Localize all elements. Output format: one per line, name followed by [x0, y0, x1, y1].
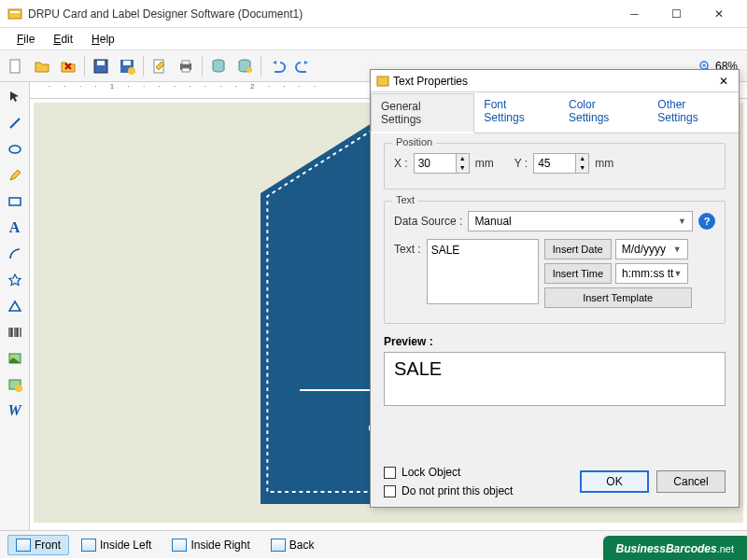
- y-input[interactable]: [534, 157, 575, 170]
- app-icon: [7, 7, 22, 21]
- svg-point-20: [9, 146, 21, 153]
- pointer-icon[interactable]: [4, 86, 26, 108]
- svg-rect-0: [8, 9, 21, 19]
- data-source-select[interactable]: Manual▼: [468, 211, 693, 231]
- menu-edit[interactable]: Edit: [44, 31, 82, 48]
- insert-date-button[interactable]: Insert Date: [544, 239, 612, 259]
- undo-icon[interactable]: [265, 54, 289, 78]
- maximize-button[interactable]: ☐: [655, 1, 698, 27]
- help-icon[interactable]: ?: [698, 213, 715, 230]
- text-input[interactable]: SALE: [427, 239, 539, 304]
- menubar: File Edit Help: [0, 28, 747, 50]
- position-group: Position X : ▲▼ mm Y : ▲▼ mm: [384, 143, 726, 189]
- svg-point-7: [128, 67, 135, 75]
- dialog-titlebar: Text Properties ✕: [371, 70, 739, 92]
- arc-icon[interactable]: [4, 243, 26, 265]
- text-properties-dialog: Text Properties ✕ General Settings Font …: [370, 69, 740, 508]
- svg-rect-36: [377, 77, 388, 86]
- tab-front[interactable]: Front: [7, 535, 69, 555]
- left-toolbox: A W: [0, 82, 30, 530]
- time-format-select[interactable]: h:mm:ss tt▼: [615, 263, 688, 284]
- text-group: Text Data Source : Manual▼ ? Text : SALE…: [384, 201, 726, 324]
- window-title: DRPU Card and Label Designer Software (D…: [28, 7, 613, 21]
- menu-help[interactable]: Help: [82, 31, 124, 48]
- database-icon[interactable]: [206, 54, 231, 78]
- svg-rect-1: [10, 11, 20, 13]
- x-label: X :: [394, 157, 408, 170]
- menu-file[interactable]: File: [7, 31, 44, 48]
- close-button[interactable]: ✕: [698, 1, 740, 27]
- up-icon[interactable]: ▲: [575, 154, 588, 163]
- y-spinner[interactable]: ▲▼: [533, 153, 589, 174]
- tab-font-settings[interactable]: Font Settings: [474, 92, 559, 133]
- chevron-down-icon: ▼: [678, 217, 686, 226]
- svg-line-19: [10, 119, 20, 128]
- svg-point-32: [15, 385, 22, 392]
- ellipse-icon[interactable]: [4, 138, 26, 161]
- minimize-button[interactable]: ─: [613, 1, 655, 27]
- page-icon: [271, 539, 286, 552]
- save-as-icon[interactable]: [115, 54, 139, 78]
- database-edit-icon[interactable]: [233, 54, 257, 78]
- star-icon[interactable]: [4, 269, 26, 291]
- print-icon[interactable]: [174, 54, 198, 78]
- tab-back[interactable]: Back: [262, 535, 323, 555]
- new-icon[interactable]: [4, 54, 28, 78]
- down-icon[interactable]: ▼: [575, 163, 588, 173]
- tab-other-settings[interactable]: Other Settings: [648, 92, 739, 133]
- dialog-tabs: General Settings Font Settings Color Set…: [371, 92, 739, 133]
- chevron-down-icon: ▼: [673, 269, 682, 278]
- x-input[interactable]: [415, 157, 456, 170]
- checkbox-icon: [384, 467, 396, 479]
- dialog-close-button[interactable]: ✕: [714, 75, 733, 88]
- page-icon: [81, 539, 96, 552]
- edit-icon[interactable]: [148, 54, 172, 78]
- library-icon[interactable]: [4, 373, 26, 396]
- svg-rect-4: [97, 61, 105, 65]
- cancel-button[interactable]: Cancel: [656, 470, 726, 493]
- page-icon: [172, 539, 187, 552]
- checkbox-icon: [384, 485, 396, 497]
- insert-template-button[interactable]: Insert Template: [544, 287, 692, 308]
- dialog-icon: [376, 75, 389, 88]
- date-format-select[interactable]: M/d/yyyy▼: [615, 239, 688, 259]
- dialog-title: Text Properties: [393, 75, 714, 88]
- preview-box: SALE: [384, 352, 726, 406]
- svg-rect-21: [9, 198, 21, 205]
- rectangle-icon[interactable]: [4, 190, 26, 213]
- ok-button[interactable]: OK: [580, 470, 649, 493]
- tab-inside-right[interactable]: Inside Right: [163, 535, 258, 555]
- close-file-icon[interactable]: [56, 54, 80, 78]
- image-icon[interactable]: [4, 347, 26, 370]
- barcode-icon[interactable]: [4, 321, 26, 343]
- watermark: BusinessBarcodes.net: [603, 536, 747, 560]
- text-label: Text :: [394, 243, 421, 256]
- up-icon[interactable]: ▲: [456, 154, 469, 163]
- tab-general-settings[interactable]: General Settings: [371, 93, 474, 133]
- titlebar: DRPU Card and Label Designer Software (D…: [0, 0, 747, 28]
- tab-inside-left[interactable]: Inside Left: [73, 535, 160, 555]
- lock-object-checkbox[interactable]: Lock Object: [384, 466, 580, 479]
- open-icon[interactable]: [30, 54, 54, 78]
- redo-icon[interactable]: [291, 54, 316, 78]
- svg-rect-11: [182, 68, 190, 72]
- save-icon[interactable]: [89, 54, 113, 78]
- wordart-icon[interactable]: W: [4, 399, 26, 422]
- text-icon[interactable]: A: [4, 217, 26, 239]
- tab-color-settings[interactable]: Color Settings: [559, 92, 648, 133]
- insert-time-button[interactable]: Insert Time: [544, 263, 612, 284]
- page-icon: [16, 539, 31, 552]
- chevron-down-icon: ▼: [673, 245, 682, 254]
- down-icon[interactable]: ▼: [456, 163, 469, 173]
- x-spinner[interactable]: ▲▼: [414, 153, 470, 174]
- pencil-icon[interactable]: [4, 164, 26, 187]
- svg-rect-2: [10, 60, 20, 73]
- preview-label: Preview :: [384, 335, 726, 348]
- svg-point-14: [247, 67, 252, 73]
- line-icon[interactable]: [4, 112, 26, 134]
- data-source-label: Data Source :: [394, 215, 462, 228]
- svg-rect-10: [182, 61, 190, 64]
- triangle-icon[interactable]: [4, 295, 26, 317]
- svg-rect-6: [123, 61, 131, 65]
- do-not-print-checkbox[interactable]: Do not print this object: [384, 484, 580, 497]
